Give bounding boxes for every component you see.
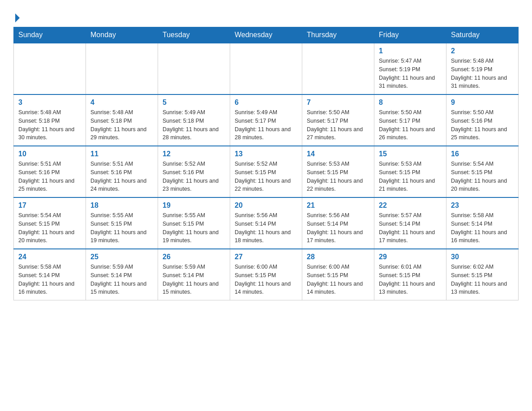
calendar-cell: 13Sunrise: 5:52 AMSunset: 5:15 PMDayligh…: [230, 146, 302, 197]
day-number: 26: [163, 253, 225, 261]
calendar-cell: 10Sunrise: 5:51 AMSunset: 5:16 PMDayligh…: [14, 146, 86, 197]
calendar-cell: 3Sunrise: 5:48 AMSunset: 5:18 PMDaylight…: [14, 94, 86, 146]
day-number: 23: [451, 201, 514, 210]
day-number: 16: [451, 150, 514, 158]
calendar-cell: 12Sunrise: 5:52 AMSunset: 5:16 PMDayligh…: [158, 146, 230, 197]
calendar-cell: 23Sunrise: 5:58 AMSunset: 5:14 PMDayligh…: [446, 197, 519, 249]
day-number: 10: [18, 150, 81, 158]
day-number: 4: [90, 98, 153, 107]
calendar-cell: 5Sunrise: 5:49 AMSunset: 5:18 PMDaylight…: [158, 94, 230, 146]
calendar-cell: 4Sunrise: 5:48 AMSunset: 5:18 PMDaylight…: [86, 94, 158, 146]
week-row-3: 10Sunrise: 5:51 AMSunset: 5:16 PMDayligh…: [14, 146, 519, 197]
calendar-cell: 17Sunrise: 5:54 AMSunset: 5:15 PMDayligh…: [14, 197, 86, 249]
day-info: Sunrise: 5:58 AMSunset: 5:14 PMDaylight:…: [451, 211, 514, 245]
calendar-cell: 27Sunrise: 6:00 AMSunset: 5:15 PMDayligh…: [230, 249, 302, 300]
day-info: Sunrise: 5:48 AMSunset: 5:18 PMDaylight:…: [90, 108, 153, 142]
weekday-header-wednesday: Wednesday: [230, 27, 302, 43]
calendar-cell: 15Sunrise: 5:53 AMSunset: 5:15 PMDayligh…: [374, 146, 446, 197]
day-info: Sunrise: 5:50 AMSunset: 5:17 PMDaylight:…: [307, 108, 369, 142]
day-info: Sunrise: 5:55 AMSunset: 5:15 PMDaylight:…: [90, 211, 153, 245]
day-info: Sunrise: 5:51 AMSunset: 5:16 PMDaylight:…: [90, 160, 153, 193]
calendar-cell: 28Sunrise: 6:00 AMSunset: 5:15 PMDayligh…: [302, 249, 374, 300]
calendar-cell: 8Sunrise: 5:50 AMSunset: 5:17 PMDaylight…: [374, 94, 446, 146]
day-number: 1: [379, 47, 442, 55]
day-number: 13: [235, 150, 297, 158]
day-info: Sunrise: 5:57 AMSunset: 5:14 PMDaylight:…: [379, 211, 442, 245]
day-number: 17: [18, 201, 81, 210]
day-number: 18: [90, 201, 153, 210]
day-info: Sunrise: 5:58 AMSunset: 5:14 PMDaylight:…: [18, 263, 81, 296]
day-number: 2: [451, 47, 514, 55]
day-info: Sunrise: 5:56 AMSunset: 5:14 PMDaylight:…: [235, 211, 297, 245]
day-info: Sunrise: 5:53 AMSunset: 5:15 PMDaylight:…: [307, 160, 369, 193]
calendar-cell: 24Sunrise: 5:58 AMSunset: 5:14 PMDayligh…: [14, 249, 86, 300]
day-number: 12: [163, 150, 225, 158]
logo-blue-text: [13, 13, 20, 22]
day-number: 25: [90, 253, 153, 261]
weekday-header-sunday: Sunday: [14, 27, 86, 43]
calendar-cell: 14Sunrise: 5:53 AMSunset: 5:15 PMDayligh…: [302, 146, 374, 197]
day-info: Sunrise: 5:52 AMSunset: 5:15 PMDaylight:…: [235, 160, 297, 193]
header: [13, 9, 519, 22]
day-info: Sunrise: 5:49 AMSunset: 5:17 PMDaylight:…: [235, 108, 297, 142]
day-info: Sunrise: 5:54 AMSunset: 5:15 PMDaylight:…: [18, 211, 81, 245]
day-info: Sunrise: 5:59 AMSunset: 5:14 PMDaylight:…: [163, 263, 225, 296]
calendar-cell: 16Sunrise: 5:54 AMSunset: 5:15 PMDayligh…: [446, 146, 519, 197]
calendar-cell: [230, 43, 302, 94]
day-number: 21: [307, 201, 369, 210]
calendar-cell: [158, 43, 230, 94]
weekday-header-friday: Friday: [374, 27, 446, 43]
day-number: 7: [307, 98, 369, 107]
calendar-cell: 26Sunrise: 5:59 AMSunset: 5:14 PMDayligh…: [158, 249, 230, 300]
day-info: Sunrise: 5:54 AMSunset: 5:15 PMDaylight:…: [451, 160, 514, 193]
calendar-cell: 9Sunrise: 5:50 AMSunset: 5:16 PMDaylight…: [446, 94, 519, 146]
day-info: Sunrise: 5:56 AMSunset: 5:14 PMDaylight:…: [307, 211, 369, 245]
day-info: Sunrise: 5:47 AMSunset: 5:19 PMDaylight:…: [379, 57, 442, 90]
day-number: 6: [235, 98, 297, 107]
week-row-5: 24Sunrise: 5:58 AMSunset: 5:14 PMDayligh…: [14, 249, 519, 300]
calendar-cell: [86, 43, 158, 94]
day-number: 27: [235, 253, 297, 261]
day-info: Sunrise: 6:00 AMSunset: 5:15 PMDaylight:…: [307, 263, 369, 296]
day-number: 15: [379, 150, 442, 158]
day-info: Sunrise: 5:59 AMSunset: 5:14 PMDaylight:…: [90, 263, 153, 296]
day-number: 22: [379, 201, 442, 210]
day-number: 19: [163, 201, 225, 210]
day-number: 20: [235, 201, 297, 210]
weekday-header-saturday: Saturday: [446, 27, 519, 43]
day-info: Sunrise: 5:50 AMSunset: 5:17 PMDaylight:…: [379, 108, 442, 142]
day-info: Sunrise: 6:01 AMSunset: 5:15 PMDaylight:…: [379, 263, 442, 296]
logo-triangle-icon: [15, 13, 20, 22]
week-row-2: 3Sunrise: 5:48 AMSunset: 5:18 PMDaylight…: [14, 94, 519, 146]
week-row-1: 1Sunrise: 5:47 AMSunset: 5:19 PMDaylight…: [14, 43, 519, 94]
day-info: Sunrise: 5:48 AMSunset: 5:19 PMDaylight:…: [451, 57, 514, 90]
logo: [13, 13, 20, 22]
day-number: 5: [163, 98, 225, 107]
calendar-cell: [302, 43, 374, 94]
day-info: Sunrise: 6:02 AMSunset: 5:15 PMDaylight:…: [451, 263, 514, 296]
calendar-cell: 7Sunrise: 5:50 AMSunset: 5:17 PMDaylight…: [302, 94, 374, 146]
day-number: 28: [307, 253, 369, 261]
calendar-cell: 25Sunrise: 5:59 AMSunset: 5:14 PMDayligh…: [86, 249, 158, 300]
day-info: Sunrise: 5:51 AMSunset: 5:16 PMDaylight:…: [18, 160, 81, 193]
day-number: 9: [451, 98, 514, 107]
calendar-cell: 2Sunrise: 5:48 AMSunset: 5:19 PMDaylight…: [446, 43, 519, 94]
day-info: Sunrise: 5:53 AMSunset: 5:15 PMDaylight:…: [379, 160, 442, 193]
day-number: 14: [307, 150, 369, 158]
weekday-header-thursday: Thursday: [302, 27, 374, 43]
day-info: Sunrise: 5:49 AMSunset: 5:18 PMDaylight:…: [163, 108, 225, 142]
calendar-cell: 22Sunrise: 5:57 AMSunset: 5:14 PMDayligh…: [374, 197, 446, 249]
day-number: 24: [18, 253, 81, 261]
calendar-cell: 29Sunrise: 6:01 AMSunset: 5:15 PMDayligh…: [374, 249, 446, 300]
week-row-4: 17Sunrise: 5:54 AMSunset: 5:15 PMDayligh…: [14, 197, 519, 249]
weekday-header-row: SundayMondayTuesdayWednesdayThursdayFrid…: [14, 27, 519, 43]
day-info: Sunrise: 5:52 AMSunset: 5:16 PMDaylight:…: [163, 160, 225, 193]
day-info: Sunrise: 6:00 AMSunset: 5:15 PMDaylight:…: [235, 263, 297, 296]
day-info: Sunrise: 5:48 AMSunset: 5:18 PMDaylight:…: [18, 108, 81, 142]
day-number: 11: [90, 150, 153, 158]
day-number: 3: [18, 98, 81, 107]
weekday-header-tuesday: Tuesday: [158, 27, 230, 43]
calendar-cell: [14, 43, 86, 94]
day-number: 29: [379, 253, 442, 261]
calendar-cell: 21Sunrise: 5:56 AMSunset: 5:14 PMDayligh…: [302, 197, 374, 249]
